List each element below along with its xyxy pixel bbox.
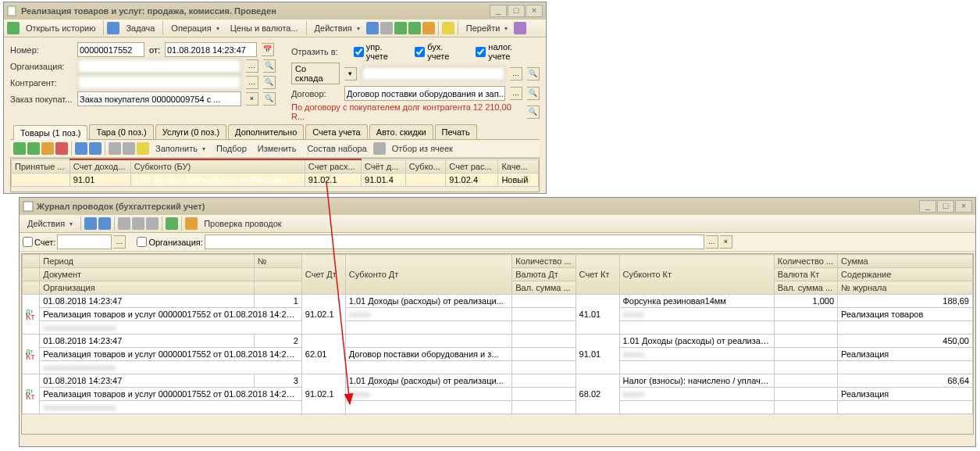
col-accepted[interactable]: Принятые ... bbox=[12, 159, 70, 174]
h-doc[interactable]: Документ bbox=[40, 268, 255, 281]
journal-row[interactable]: Реализация товаров и услуг 00000017552 о… bbox=[23, 308, 973, 321]
chk-nal[interactable]: налог. учете bbox=[476, 42, 532, 61]
wh-label[interactable]: Со склада bbox=[291, 63, 340, 84]
actions-button[interactable]: Действия bbox=[310, 21, 365, 35]
h-acct-dt[interactable]: Счет Дт bbox=[301, 255, 345, 295]
tab-tare[interactable]: Тара (0 поз.) bbox=[89, 124, 153, 139]
debt-open-icon[interactable]: 🔍 bbox=[527, 106, 540, 119]
journal-row[interactable]: ДтКт 01.08.2018 14:23:473 91.02.11.01 До… bbox=[23, 374, 973, 388]
org-filter-field[interactable] bbox=[205, 234, 704, 249]
h-acct-kt[interactable]: Счет Кт bbox=[576, 255, 619, 295]
down-icon[interactable] bbox=[89, 142, 102, 155]
add-icon[interactable] bbox=[13, 142, 26, 155]
journal-row[interactable]: ДтКт 01.08.2018 14:23:472 62.01 91.011.0… bbox=[23, 335, 973, 348]
h-cur-kt[interactable]: Валюта Кт bbox=[774, 268, 837, 281]
j-refresh-icon[interactable] bbox=[166, 217, 178, 230]
delete-icon[interactable] bbox=[55, 142, 68, 155]
icon6[interactable] bbox=[442, 22, 454, 34]
col-subconto[interactable]: Субконто (БУ) bbox=[130, 159, 305, 174]
h-jn[interactable]: № журнала bbox=[838, 281, 973, 295]
tab-accounts[interactable]: Счета учета bbox=[305, 124, 367, 139]
icon3[interactable] bbox=[394, 22, 407, 34]
h-sub-kt[interactable]: Субконто Кт bbox=[619, 255, 774, 295]
contract-lookup-icon[interactable]: … bbox=[510, 87, 522, 100]
j-icon1[interactable] bbox=[84, 217, 97, 230]
h-no[interactable]: № bbox=[254, 255, 301, 268]
date-field[interactable] bbox=[165, 42, 257, 57]
fill-button[interactable]: Заполнить bbox=[151, 141, 210, 156]
tab-discounts[interactable]: Авто. скидки bbox=[369, 124, 433, 139]
icon2[interactable] bbox=[380, 22, 393, 34]
journal-row[interactable]: xxxxxxxxxxxxxxxxx bbox=[23, 361, 973, 374]
minimize-button[interactable]: _ bbox=[490, 5, 507, 17]
icon4[interactable] bbox=[408, 22, 421, 34]
sort-asc-icon[interactable] bbox=[109, 142, 121, 155]
j-icon6[interactable] bbox=[185, 217, 198, 230]
chk-upr[interactable]: упр. учете bbox=[354, 42, 402, 61]
h-sub-dt[interactable]: Субконто Дт bbox=[345, 255, 512, 295]
h-qty-kt[interactable]: Количество ... bbox=[774, 255, 837, 268]
cell-d[interactable]: 91.01.4 bbox=[362, 174, 406, 187]
order-open-icon[interactable]: 🔍 bbox=[263, 92, 276, 106]
h-valsum-dt[interactable]: Вал. сумма ... bbox=[512, 281, 576, 295]
j-icon4[interactable] bbox=[132, 217, 144, 230]
close-button[interactable]: × bbox=[526, 5, 543, 17]
up-icon[interactable] bbox=[75, 142, 87, 155]
prices-button[interactable]: Цены и валюта... bbox=[226, 21, 303, 35]
wh-lookup-icon[interactable]: … bbox=[510, 67, 522, 81]
select-button[interactable]: Подбор bbox=[212, 141, 251, 156]
col-sub2[interactable]: Субко... bbox=[405, 159, 446, 174]
journal-row[interactable]: ДтКт 01.08.2018 14:23:471 91.02.11.01 До… bbox=[23, 295, 973, 308]
org-filter-chk[interactable] bbox=[137, 237, 147, 247]
tab-services[interactable]: Услуги (0 поз.) bbox=[155, 124, 226, 139]
compose-button[interactable]: Состав набора bbox=[302, 141, 371, 156]
minimize-button-2[interactable]: _ bbox=[919, 200, 936, 213]
col-quality[interactable]: Каче... bbox=[498, 159, 539, 174]
contract-field[interactable] bbox=[344, 86, 505, 101]
chk-buh[interactable]: бух. учете bbox=[415, 42, 463, 61]
contract-open-icon[interactable]: 🔍 bbox=[527, 87, 540, 100]
journal-actions[interactable]: Действия bbox=[23, 217, 77, 231]
journal-row[interactable]: Реализация товаров и услуг 00000017552 о… bbox=[23, 348, 973, 361]
counter-lookup-icon[interactable]: … bbox=[246, 76, 258, 89]
open-history-button[interactable]: Открыть историю bbox=[21, 21, 100, 35]
icon7[interactable] bbox=[514, 22, 526, 34]
number-field[interactable] bbox=[77, 42, 144, 57]
tab-print[interactable]: Печать bbox=[435, 124, 477, 139]
acct-filter-chk[interactable] bbox=[23, 237, 33, 247]
goods-grid[interactable]: Принятые ... Счет доход... Субконто (БУ)… bbox=[10, 158, 540, 192]
journal-row[interactable]: Реализация товаров и услуг 00000017552 о… bbox=[23, 388, 973, 401]
order-field[interactable] bbox=[77, 91, 241, 106]
col-income-acct[interactable]: Счет доход... bbox=[69, 159, 130, 174]
h-content[interactable]: Содержание bbox=[838, 268, 973, 281]
wh-field[interactable] bbox=[362, 66, 505, 81]
h-sum[interactable]: Сумма bbox=[838, 255, 973, 268]
cell-qual[interactable]: Новый bbox=[498, 174, 539, 187]
h-qty-dt[interactable]: Количество ... bbox=[512, 255, 576, 268]
h-valsum-kt[interactable]: Вал. сумма ... bbox=[774, 281, 837, 295]
cell-exp[interactable]: 91.02.1 bbox=[305, 174, 361, 187]
journal-row[interactable]: xxxxxxxxxxxxxxxxx bbox=[23, 321, 973, 335]
col-exp2[interactable]: Счет рас... bbox=[446, 159, 498, 174]
sort-desc-icon[interactable] bbox=[123, 142, 135, 155]
barcode-icon[interactable] bbox=[137, 142, 149, 155]
maximize-button-2[interactable]: □ bbox=[937, 200, 954, 213]
cell-sub2[interactable] bbox=[405, 174, 446, 187]
acct-filter-field[interactable] bbox=[57, 234, 112, 249]
org-open-icon[interactable]: 🔍 bbox=[263, 59, 276, 73]
cell-sub[interactable]: 1.01 Доходы (расходы) от реализации ... bbox=[130, 174, 305, 187]
journal-row[interactable]: xxxxxxxxxxxxxxxxx bbox=[23, 401, 973, 414]
journal-grid[interactable]: Период № Счет Дт Субконто Дт Количество … bbox=[21, 253, 974, 435]
edit-icon[interactable] bbox=[41, 142, 54, 155]
task-button[interactable]: Задача bbox=[121, 21, 159, 35]
icon5[interactable] bbox=[422, 22, 435, 34]
icon1[interactable] bbox=[366, 22, 379, 34]
change-button[interactable]: Изменить bbox=[253, 141, 301, 156]
col-acct-d[interactable]: Счёт д... bbox=[362, 159, 406, 174]
h-org[interactable]: Организация bbox=[40, 281, 255, 295]
copy-icon[interactable] bbox=[27, 142, 40, 155]
cell-exp2[interactable]: 91.02.4 bbox=[446, 174, 498, 187]
wh-open-icon[interactable]: 🔍 bbox=[527, 67, 540, 81]
close-button-2[interactable]: × bbox=[955, 200, 972, 213]
order-clear-icon[interactable]: × bbox=[246, 92, 258, 106]
